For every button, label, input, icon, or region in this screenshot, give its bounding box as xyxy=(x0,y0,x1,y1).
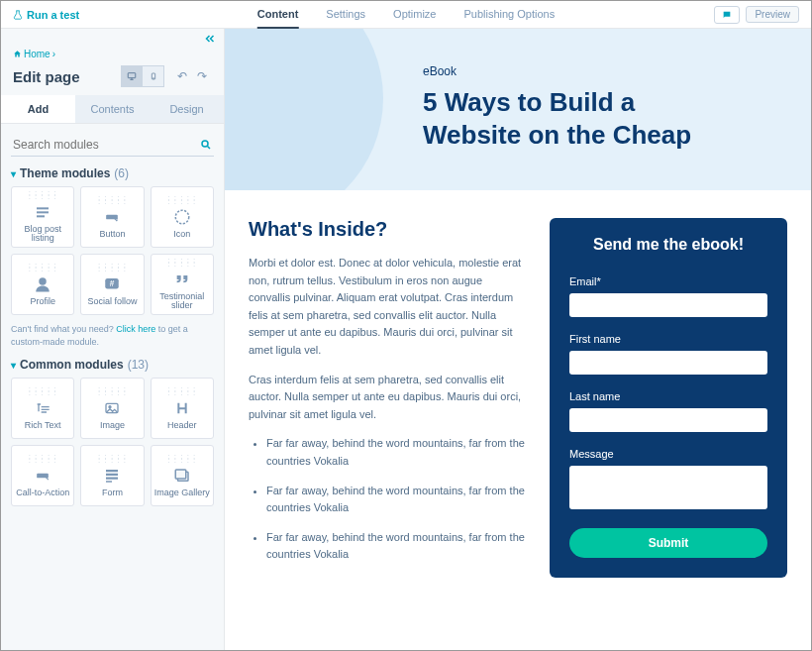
module-image-gallery[interactable]: : : : : :: : : : :Image Gallery xyxy=(151,445,214,506)
article-paragraph: Morbi et dolor est. Donec at dolor vehic… xyxy=(249,255,526,360)
undo-button[interactable]: ↶ xyxy=(172,66,192,86)
click-here-link[interactable]: Click here xyxy=(116,324,155,334)
page-canvas[interactable]: eBook 5 Ways to Build a Website on the C… xyxy=(225,29,811,650)
chevron-down-icon: ▾ xyxy=(11,168,16,179)
tab-optimize[interactable]: Optimize xyxy=(393,1,436,29)
drag-handle-icon: : : : : :: : : : : xyxy=(167,259,196,267)
module-label: Image Gallery xyxy=(154,488,210,497)
drag-handle-icon: : : : : :: : : : : xyxy=(29,387,57,395)
module-profile[interactable]: : : : : :: : : : :Profile xyxy=(11,254,74,315)
drag-handle-icon: : : : : :: : : : : xyxy=(167,196,196,204)
list-icon xyxy=(33,201,52,223)
email-field[interactable] xyxy=(569,293,767,317)
svg-rect-17 xyxy=(106,477,118,479)
svg-rect-15 xyxy=(106,470,118,472)
collapse-sidebar-button[interactable] xyxy=(204,33,216,45)
panel-tab-add[interactable]: Add xyxy=(1,95,75,123)
module-label: Form xyxy=(102,488,123,497)
module-social-follow[interactable]: : : : : :: : : : :#Social follow xyxy=(80,254,144,315)
section-count: (6) xyxy=(114,166,129,180)
article-content: What's Inside? Morbi et dolor est. Donec… xyxy=(249,218,526,576)
social-icon: # xyxy=(102,273,122,295)
editor-tabs: Content Settings Optimize Publishing Opt… xyxy=(257,1,555,29)
module-label: Button xyxy=(99,230,125,239)
svg-rect-4 xyxy=(37,207,49,209)
breadcrumb-home: Home xyxy=(24,49,51,59)
module-label: Header xyxy=(167,421,197,430)
drag-handle-icon: : : : : :: : : : : xyxy=(98,455,127,463)
form-icon xyxy=(103,465,121,487)
list-item: Far far away, behind the word mountains,… xyxy=(266,529,526,564)
gallery-icon xyxy=(172,465,192,487)
email-label: Email* xyxy=(569,275,767,287)
svg-rect-5 xyxy=(37,211,49,213)
module-rich-text[interactable]: : : : : :: : : : :Rich Text xyxy=(11,378,74,439)
tab-settings[interactable]: Settings xyxy=(326,1,365,29)
svg-rect-0 xyxy=(128,73,136,78)
comments-button[interactable] xyxy=(714,6,740,24)
submit-button[interactable]: Submit xyxy=(569,528,767,558)
article-list: Far far away, behind the word mountains,… xyxy=(249,435,526,564)
drag-handle-icon: : : : : :: : : : : xyxy=(98,387,127,395)
button-icon xyxy=(100,206,124,228)
module-form[interactable]: : : : : :: : : : :Form xyxy=(80,445,144,506)
chevron-double-left-icon xyxy=(204,33,216,45)
profile-icon xyxy=(34,273,51,295)
preview-button[interactable]: Preview xyxy=(746,6,799,23)
module-button[interactable]: : : : : :: : : : :Button xyxy=(80,186,144,248)
page-title: Edit page xyxy=(13,68,80,85)
drag-handle-icon: : : : : :: : : : : xyxy=(98,264,127,271)
device-mobile-button[interactable] xyxy=(143,65,164,87)
message-field[interactable] xyxy=(569,466,767,509)
search-modules[interactable] xyxy=(11,134,214,157)
panel-tab-contents[interactable]: Contents xyxy=(75,95,150,123)
icon-icon xyxy=(173,206,191,228)
first-name-field[interactable] xyxy=(569,351,767,375)
module-label: Rich Text xyxy=(25,421,61,430)
module-icon[interactable]: : : : : :: : : : :Icon xyxy=(151,186,214,248)
search-input[interactable] xyxy=(13,138,200,152)
first-name-label: First name xyxy=(569,333,767,345)
module-image[interactable]: : : : : :: : : : :Image xyxy=(80,378,144,439)
drag-handle-icon: : : : : :: : : : : xyxy=(29,264,57,271)
form-title: Send me the ebook! xyxy=(569,236,767,254)
module-label: Profile xyxy=(30,297,55,306)
drag-handle-icon: : : : : :: : : : : xyxy=(29,455,57,463)
device-desktop-button[interactable] xyxy=(121,65,143,87)
breadcrumb[interactable]: Home › xyxy=(1,29,224,61)
module-blog-post-listing[interactable]: : : : : :: : : : :Blog post listing xyxy=(11,186,74,248)
article-paragraph: Cras interdum felis at sem pharetra, sed… xyxy=(249,372,526,424)
list-item: Far far away, behind the word mountains,… xyxy=(266,483,526,517)
svg-point-8 xyxy=(175,210,189,224)
last-name-field[interactable] xyxy=(569,408,767,432)
list-item: Far far away, behind the word mountains,… xyxy=(266,435,526,470)
module-label: Call-to-Action xyxy=(16,488,69,497)
quote-icon xyxy=(172,269,192,290)
hero-title: 5 Ways to Build a Website on the Cheap xyxy=(423,86,811,151)
chevron-right-icon: › xyxy=(52,49,55,59)
hero-eyebrow: eBook xyxy=(423,64,811,78)
module-call-to-action[interactable]: : : : : :: : : : :Call-to-Action xyxy=(11,445,74,506)
section-theme-modules[interactable]: ▾ Theme modules (6) xyxy=(11,166,214,180)
tab-publishing-options[interactable]: Publishing Options xyxy=(463,1,555,29)
section-label: Common modules xyxy=(20,358,124,372)
desktop-icon xyxy=(126,71,138,81)
run-a-test-link[interactable]: Run a test xyxy=(13,9,79,21)
home-icon xyxy=(13,50,22,58)
section-count: (13) xyxy=(128,358,149,372)
drag-handle-icon: : : : : :: : : : : xyxy=(167,387,196,395)
svg-point-9 xyxy=(39,277,47,285)
module-label: Blog post listing xyxy=(12,225,73,243)
section-common-modules[interactable]: ▾ Common modules (13) xyxy=(11,358,214,372)
editor-sidebar: Home › Edit page ↶ ↷ xyxy=(1,29,225,650)
custom-module-note: Can't find what you need? Click here to … xyxy=(11,323,214,348)
svg-point-2 xyxy=(152,78,153,79)
drag-handle-icon: : : : : :: : : : : xyxy=(167,455,196,463)
tab-content[interactable]: Content xyxy=(257,1,299,29)
redo-button[interactable]: ↷ xyxy=(192,66,212,86)
module-header[interactable]: : : : : :: : : : :Header xyxy=(151,378,214,439)
panel-tab-design[interactable]: Design xyxy=(150,95,224,123)
svg-rect-18 xyxy=(106,481,112,483)
search-icon xyxy=(200,139,212,151)
module-testimonial-slider[interactable]: : : : : :: : : : :Testimonial slider xyxy=(151,254,214,315)
